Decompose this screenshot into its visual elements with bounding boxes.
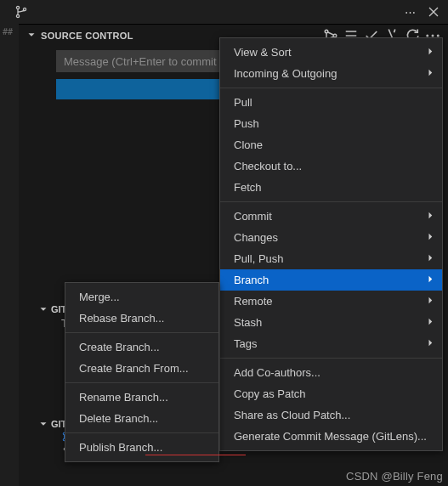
menu-separator [65,382,218,383]
menu-item-clone[interactable]: Clone [220,134,442,155]
menu-item-label: Checkout to... [234,160,302,172]
submenu-item-rebase-branch[interactable]: Rebase Branch... [65,308,218,329]
underline-annotation [145,455,246,455]
menu-item-label: Remote [234,295,273,308]
submenu-item-merge[interactable]: Merge... [65,286,218,308]
chevron-down-icon [26,29,37,42]
submenu-item-create-branch-from[interactable]: Create Branch From... [65,358,218,379]
menu-item-pull[interactable]: Pull [220,92,442,113]
branch-submenu: Merge...Rebase Branch...Create Branch...… [65,282,219,462]
menu-item-label: Create Branch... [79,341,160,353]
gutter-text: ## [0,27,19,37]
menu-item-add-co-authors[interactable]: Add Co-authors... [220,362,442,383]
menu-item-label: Commit [234,210,272,223]
menu-item-label: Stash [234,316,262,329]
menu-item-label: Create Branch From... [79,362,189,375]
more-icon[interactable]: ⋯ [400,3,419,21]
submenu-item-delete-branch[interactable]: Delete Branch... [65,408,218,429]
gutter: ## [0,24,19,486]
menu-item-label: Generate Commit Message (GitLens)... [234,430,427,443]
svg-point-0 [16,6,19,8]
branch-icon [12,3,31,21]
menu-item-stash[interactable]: Stash [220,312,442,333]
menu-item-share-as-cloud-patch[interactable]: Share as Cloud Patch... [220,404,442,426]
menu-item-label: Merge... [79,291,120,303]
menu-item-label: Incoming & Outgoing [234,67,337,80]
menu-item-label: Publish Branch... [79,441,162,454]
menu-separator [65,332,218,333]
menu-item-label: Clone [234,138,263,151]
menu-item-label: Pull, Push [234,252,284,265]
menu-separator [65,432,218,433]
menu-item-generate-commit-message-gitlens[interactable]: Generate Commit Message (GitLens)... [220,426,442,447]
menu-item-label: Tags [234,337,257,350]
menu-item-label: Changes [234,231,278,244]
menu-item-fetch[interactable]: Fetch [220,177,442,198]
menu-item-label: Rebase Branch... [79,312,164,325]
menu-separator [220,358,442,359]
menu-item-tags[interactable]: Tags [220,333,442,354]
menu-item-commit[interactable]: Commit [220,206,442,227]
menu-item-label: Add Co-authors... [234,366,320,379]
submenu-item-rename-branch[interactable]: Rename Branch... [65,387,218,408]
menu-item-checkout-to[interactable]: Checkout to... [220,155,442,177]
menu-separator [220,88,442,88]
submenu-item-create-branch[interactable]: Create Branch... [65,336,218,358]
menu-item-label: Copy as Patch [234,387,306,400]
submenu-item-publish-branch[interactable]: Publish Branch... [65,437,218,458]
menu-item-label: Delete Branch... [79,412,158,425]
menu-item-label: Branch [234,274,269,286]
menu-item-push[interactable]: Push [220,113,442,134]
menu-item-label: Fetch [234,181,262,194]
menu-item-label: Pull [234,96,252,109]
menu-item-view-sort[interactable]: View & Sort [220,42,442,63]
scm-context-menu: View & SortIncoming & OutgoingPullPushCl… [219,37,443,451]
menu-item-remote[interactable]: Remote [220,291,442,312]
menu-item-incoming-outgoing[interactable]: Incoming & Outgoing [220,63,442,84]
menu-item-label: Share as Cloud Patch... [234,409,350,421]
menu-item-label: Rename Branch... [79,391,168,404]
menu-item-label: Push [234,117,259,130]
menu-item-changes[interactable]: Changes [220,227,442,248]
menu-item-label: View & Sort [234,46,292,59]
watermark: CSDN @Billy Feng [346,470,443,483]
menu-item-branch[interactable]: Branch [220,269,442,291]
menu-item-pull-push[interactable]: Pull, Push [220,248,442,269]
menu-separator [220,201,442,202]
close-icon[interactable] [424,3,443,21]
svg-point-1 [16,14,19,17]
title-bar: ⋯ [0,0,448,24]
menu-item-copy-as-patch[interactable]: Copy as Patch [220,383,442,404]
